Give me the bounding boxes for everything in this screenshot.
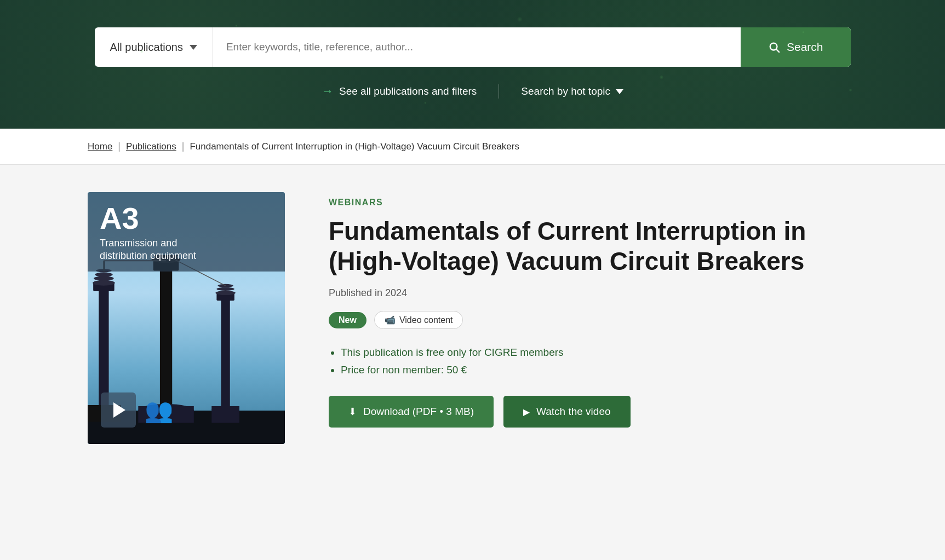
publication-actions: Download (PDF • 3 MB) Watch the video — [329, 396, 857, 428]
breadcrumb-separator: | — [118, 141, 121, 152]
svg-rect-24 — [211, 406, 239, 423]
breadcrumb-publications[interactable]: Publications — [126, 141, 176, 152]
publication-type-dropdown[interactable]: All publications — [95, 27, 213, 67]
publication-category: WEBINARS — [329, 198, 857, 207]
svg-point-5 — [94, 276, 114, 281]
svg-rect-9 — [160, 266, 172, 411]
badge-video-label: Video content — [399, 315, 453, 325]
arrow-right-icon: → — [322, 84, 334, 99]
svg-point-15 — [215, 291, 236, 295]
svg-line-1 — [776, 49, 779, 52]
hero-links: → See all publications and filters Searc… — [88, 84, 857, 99]
dropdown-label: All publications — [110, 41, 183, 54]
search-button[interactable]: Search — [741, 27, 851, 67]
breadcrumb-home[interactable]: Home — [88, 141, 112, 152]
breadcrumb-current: Fundamentals of Current Interruption in … — [190, 141, 519, 152]
main-content: A3 Transmission anddistribution equipmen… — [0, 165, 945, 471]
svg-point-4 — [93, 280, 115, 286]
publication-image[interactable]: A3 Transmission anddistribution equipmen… — [88, 192, 285, 444]
watch-video-button[interactable]: Watch the video — [503, 396, 631, 428]
search-button-label: Search — [787, 41, 823, 54]
video-camera-icon: 📹 — [385, 315, 396, 325]
download-label: Download (PDF • 3 MB) — [363, 406, 474, 418]
see-all-link[interactable]: → See all publications and filters — [322, 84, 499, 99]
badge-new: New — [329, 312, 366, 328]
pub-cat-label: A3 — [100, 203, 273, 234]
publication-badges: New 📹 Video content — [329, 311, 857, 329]
search-icon — [768, 41, 780, 53]
publication-category-header: A3 Transmission anddistribution equipmen… — [88, 192, 285, 272]
chevron-down-icon — [616, 89, 623, 94]
search-bar: All publications Search — [95, 27, 851, 67]
download-icon — [348, 406, 357, 418]
watch-label: Watch the video — [536, 406, 611, 418]
bullet-price: Price for non member: 50 € — [341, 364, 857, 376]
audience-icon: 👥 — [145, 397, 173, 424]
bullet-members: This publication is free only for CIGRE … — [341, 347, 857, 359]
hot-topic-link[interactable]: Search by hot topic — [499, 85, 623, 97]
badge-video: 📹 Video content — [374, 311, 463, 329]
publication-title: Fundamentals of Current Interruption in … — [329, 216, 857, 276]
see-all-label: See all publications and filters — [339, 85, 477, 97]
download-button[interactable]: Download (PDF • 3 MB) — [329, 396, 494, 428]
breadcrumb-separator-2: | — [182, 141, 185, 152]
search-input[interactable] — [213, 27, 741, 67]
svg-point-16 — [216, 287, 234, 291]
pub-cat-sub: Transmission anddistribution equipment — [100, 237, 273, 263]
breadcrumb: Home | Publications | Fundamentals of Cu… — [0, 129, 945, 165]
svg-rect-13 — [221, 299, 230, 411]
play-icon — [523, 406, 530, 418]
publication-details: WEBINARS Fundamentals of Current Interru… — [329, 192, 857, 428]
publication-bullets: This publication is free only for CIGRE … — [329, 347, 857, 376]
play-triangle-icon — [113, 402, 125, 418]
play-button[interactable] — [101, 392, 136, 428]
play-overlay[interactable]: 👥 — [101, 392, 173, 428]
svg-point-6 — [95, 272, 112, 276]
publication-year: Published in 2024 — [329, 287, 857, 299]
hot-topic-label: Search by hot topic — [521, 85, 610, 97]
hero-section: All publications Search → See all public… — [0, 0, 945, 129]
chevron-down-icon — [190, 45, 197, 50]
